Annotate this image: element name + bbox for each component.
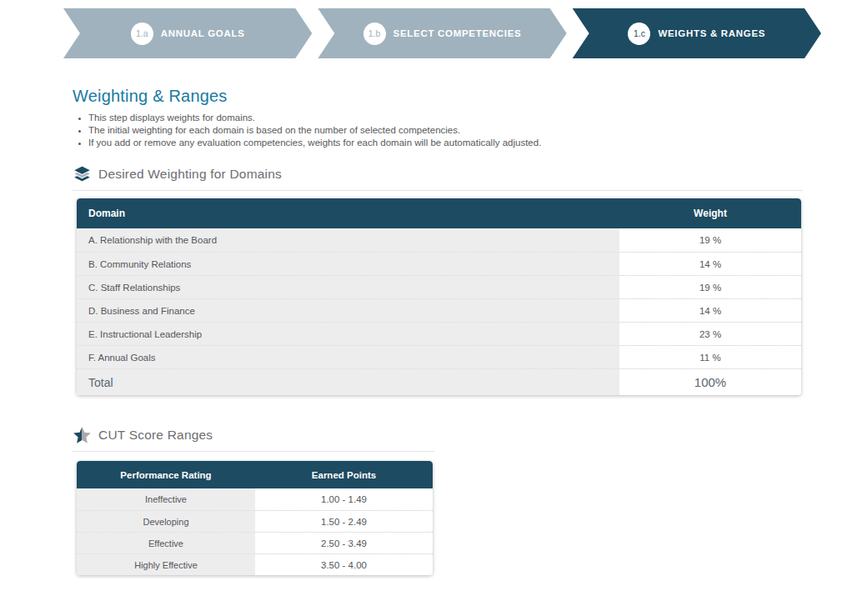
total-label: Total bbox=[77, 369, 619, 395]
cut-scores-section-title: CUT Score Ranges bbox=[98, 428, 213, 443]
domains-header-weight: Weight bbox=[619, 208, 801, 219]
points-range: 1.50 - 2.49 bbox=[255, 511, 433, 532]
main-content: Weighting & Ranges This step displays we… bbox=[73, 87, 803, 575]
weighting-section-title: Desired Weighting for Domains bbox=[98, 167, 282, 182]
table-row: D. Business and Finance 14 % bbox=[77, 298, 801, 322]
rating-label: Highly Effective bbox=[77, 554, 255, 575]
table-row: B. Community Relations 14 % bbox=[77, 252, 801, 275]
page-title: Weighting & Ranges bbox=[73, 87, 803, 106]
table-row: Effective 2.50 - 3.49 bbox=[77, 532, 433, 553]
domain-weight: 23 % bbox=[619, 323, 801, 345]
domain-weight: 19 % bbox=[619, 228, 801, 252]
total-row: Total 100% bbox=[77, 368, 801, 395]
star-icon bbox=[73, 426, 92, 444]
step-badge-1b: 1.b bbox=[363, 23, 386, 45]
domain-weight: 14 % bbox=[619, 299, 801, 322]
wizard-stepper: 1.a ANNUAL GOALS 1.b SELECT COMPETENCIES… bbox=[63, 8, 821, 58]
step-label-annual-goals: ANNUAL GOALS bbox=[161, 28, 245, 38]
domain-weight: 11 % bbox=[619, 346, 801, 368]
layers-icon bbox=[73, 165, 92, 183]
step-label-weights-ranges: WEIGHTS & RANGES bbox=[658, 28, 765, 38]
instruction-item: If you add or remove any evaluation comp… bbox=[88, 137, 803, 149]
domain-name: E. Instructional Leadership bbox=[77, 323, 619, 345]
cut-table-header: Performance Rating Earned Points bbox=[77, 461, 433, 488]
step-badge-1a: 1.a bbox=[131, 23, 153, 45]
cut-header-rating: Performance Rating bbox=[77, 470, 255, 480]
step-annual-goals[interactable]: 1.a ANNUAL GOALS bbox=[63, 8, 312, 58]
step-weights-ranges[interactable]: 1.c WEIGHTS & RANGES bbox=[573, 8, 821, 58]
table-row: A. Relationship with the Board 19 % bbox=[77, 228, 801, 252]
table-row: F. Annual Goals 11 % bbox=[77, 345, 801, 368]
domain-weight: 19 % bbox=[619, 276, 801, 298]
instruction-item: This step displays weights for domains. bbox=[88, 112, 803, 124]
instructions-list: This step displays weights for domains. … bbox=[88, 112, 803, 149]
table-row: E. Instructional Leadership 23 % bbox=[77, 322, 801, 345]
domain-name: B. Community Relations bbox=[77, 253, 619, 275]
table-row: Highly Effective 3.50 - 4.00 bbox=[77, 553, 433, 575]
cut-score-table: Performance Rating Earned Points Ineffec… bbox=[77, 461, 433, 575]
table-row: C. Staff Relationships 19 % bbox=[77, 275, 801, 298]
domain-name: F. Annual Goals bbox=[77, 346, 619, 368]
domains-table-header: Domain Weight bbox=[77, 198, 801, 228]
rating-label: Effective bbox=[77, 533, 255, 553]
step-badge-1c: 1.c bbox=[628, 23, 650, 45]
step-select-competencies[interactable]: 1.b SELECT COMPETENCIES bbox=[318, 8, 566, 58]
cut-header-points: Earned Points bbox=[255, 470, 433, 480]
domain-name: C. Staff Relationships bbox=[77, 276, 619, 298]
points-range: 2.50 - 3.49 bbox=[255, 533, 433, 553]
table-row: Developing 1.50 - 2.49 bbox=[77, 510, 433, 532]
rating-label: Ineffective bbox=[77, 488, 255, 510]
cut-scores-section-header: CUT Score Ranges bbox=[73, 426, 434, 452]
points-range: 1.00 - 1.49 bbox=[255, 488, 433, 510]
domains-header-domain: Domain bbox=[77, 208, 619, 219]
domain-weight: 14 % bbox=[619, 253, 801, 275]
step-label-select-competencies: SELECT COMPETENCIES bbox=[393, 28, 522, 38]
domains-weight-table: Domain Weight A. Relationship with the B… bbox=[77, 198, 801, 395]
total-value: 100% bbox=[619, 369, 801, 395]
weighting-section-header: Desired Weighting for Domains bbox=[73, 165, 803, 191]
domain-name: A. Relationship with the Board bbox=[77, 228, 619, 252]
domain-name: D. Business and Finance bbox=[77, 299, 619, 322]
rating-label: Developing bbox=[77, 511, 255, 532]
instruction-item: The initial weighting for each domain is… bbox=[88, 124, 803, 137]
table-row: Ineffective 1.00 - 1.49 bbox=[77, 488, 433, 510]
points-range: 3.50 - 4.00 bbox=[255, 554, 433, 575]
